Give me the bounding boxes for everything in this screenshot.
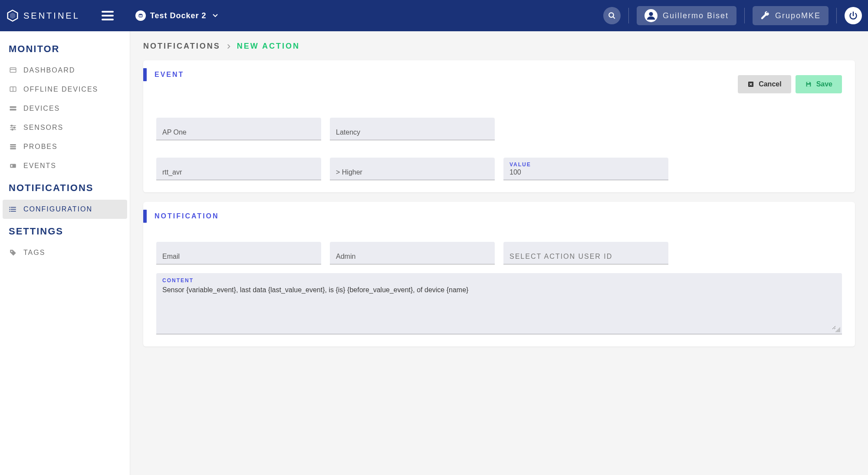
sidebar-item-label: OFFLINE DEVICES [23, 86, 98, 93]
svg-rect-22 [10, 164, 16, 168]
wrench-icon [760, 11, 770, 20]
sidebar-item-devices[interactable]: DEVICES [3, 99, 127, 118]
header-right: Guillermo Biset GrupoMKE [603, 6, 862, 25]
environment-selector[interactable]: Test Docker 2 [135, 10, 218, 21]
sidebar-item-configuration[interactable]: CONFIGURATION [3, 200, 127, 219]
sliders-icon [9, 123, 17, 132]
logout-button[interactable] [845, 7, 862, 24]
card-title: EVENT [155, 71, 184, 79]
divider [744, 8, 745, 23]
sidebar-item-sensors[interactable]: SENSORS [3, 118, 127, 137]
brand-logo[interactable]: SENTINEL [6, 9, 80, 22]
svg-point-16 [11, 125, 13, 126]
user-select[interactable]: Admin [330, 242, 495, 264]
sidebar-item-dashboard[interactable]: DASHBOARD [3, 61, 127, 80]
variable-select[interactable]: rtt_avr [156, 158, 321, 180]
ticket-icon [9, 162, 17, 170]
dashboard-icon [9, 66, 17, 75]
breadcrumb-root[interactable]: NOTIFICATIONS [143, 42, 220, 51]
card-title: NOTIFICATION [155, 212, 219, 220]
brand-name: SENTINEL [23, 11, 80, 21]
field-label: CONTENT [162, 277, 836, 284]
menu-toggle-button[interactable] [102, 11, 114, 20]
svg-marker-1 [10, 13, 16, 19]
group-name-label: GrupoMKE [775, 11, 821, 20]
device-select[interactable]: AP One [156, 118, 321, 140]
offline-icon [9, 85, 17, 94]
divider [836, 8, 837, 23]
svg-rect-11 [10, 106, 16, 108]
app-header: SENTINEL Test Docker 2 Guillermo Biset [0, 0, 868, 31]
field-label: VALUE [510, 162, 662, 168]
svg-rect-20 [10, 146, 16, 148]
field-value: > Higher [336, 168, 489, 176]
field-value: Email [162, 253, 315, 261]
save-label: Save [816, 80, 832, 88]
operator-select[interactable]: > Higher [330, 158, 495, 180]
svg-rect-12 [10, 109, 16, 111]
sidebar: MONITOR DASHBOARD OFFLINE DEVICES DEVICE… [0, 31, 130, 475]
card-header: NOTIFICATION [143, 202, 855, 229]
notification-form: Email Admin SELECT ACTION USER ID [143, 229, 855, 264]
sidebar-item-label: PROBES [23, 143, 58, 151]
field-value: AP One [162, 129, 315, 136]
sidebar-item-offline-devices[interactable]: OFFLINE DEVICES [3, 80, 127, 99]
cancel-label: Cancel [759, 80, 781, 88]
save-button[interactable]: Save [796, 75, 842, 93]
cancel-button[interactable]: Cancel [738, 75, 791, 93]
event-form: AP One Latency rtt_avr > Higher VALUE 10… [143, 87, 855, 180]
sensor-select[interactable]: Latency [330, 118, 495, 140]
sidebar-section-notifications: NOTIFICATIONS [3, 180, 127, 200]
group-menu[interactable]: GrupoMKE [753, 6, 829, 25]
content-textarea[interactable] [162, 286, 836, 330]
main-content: NOTIFICATIONS NEW ACTION EVENT Cancel Sa… [130, 31, 868, 475]
user-avatar-icon [644, 9, 658, 22]
accent-bar [143, 68, 147, 81]
field-value: Admin [336, 253, 489, 261]
svg-point-28 [9, 209, 10, 210]
sidebar-item-label: SENSORS [23, 124, 63, 132]
search-button[interactable] [603, 7, 621, 24]
sidebar-item-label: DEVICES [23, 105, 60, 112]
tag-icon [9, 248, 17, 257]
sidebar-section-settings: SETTINGS [3, 223, 127, 243]
environment-label: Test Docker 2 [150, 11, 207, 20]
action-user-id-select[interactable]: SELECT ACTION USER ID [503, 242, 668, 264]
svg-rect-32 [807, 82, 809, 83]
divider [628, 8, 629, 23]
sidebar-section-monitor: MONITOR [3, 41, 127, 61]
svg-point-4 [609, 13, 614, 17]
event-card: EVENT Cancel Save AP One Latency [143, 60, 855, 192]
user-menu[interactable]: Guillermo Biset [637, 6, 736, 25]
field-placeholder: SELECT ACTION USER ID [510, 253, 662, 261]
field-value: Latency [336, 129, 489, 136]
sidebar-item-label: DASHBOARD [23, 66, 75, 74]
svg-point-18 [12, 129, 13, 130]
field-value: 100 [510, 168, 662, 176]
svg-rect-19 [10, 144, 16, 145]
content-textarea-wrapper: CONTENT [156, 273, 842, 334]
svg-point-6 [649, 12, 653, 16]
database-icon [135, 10, 146, 21]
svg-point-30 [11, 251, 13, 252]
sidebar-item-probes[interactable]: PROBES [3, 137, 127, 156]
sidebar-item-tags[interactable]: TAGS [3, 243, 127, 262]
breadcrumb: NOTIFICATIONS NEW ACTION [143, 42, 855, 51]
chevron-right-icon [226, 43, 232, 49]
server-icon [9, 104, 17, 113]
sidebar-item-label: EVENTS [23, 162, 56, 170]
power-icon [849, 11, 858, 20]
close-square-icon [747, 81, 754, 88]
sidebar-item-events[interactable]: EVENTS [3, 156, 127, 175]
action-type-select[interactable]: Email [156, 242, 321, 264]
user-name-label: Guillermo Biset [663, 11, 729, 20]
value-input[interactable]: VALUE 100 [503, 158, 668, 180]
svg-point-2 [138, 13, 143, 18]
field-value: rtt_avr [162, 168, 315, 176]
save-disk-icon [805, 81, 812, 88]
breadcrumb-current: NEW ACTION [237, 42, 300, 51]
svg-point-29 [9, 211, 10, 211]
sidebar-item-label: CONFIGURATION [23, 205, 92, 213]
search-icon [608, 12, 616, 20]
notification-card: NOTIFICATION Email Admin SELECT ACTION U… [143, 202, 855, 346]
